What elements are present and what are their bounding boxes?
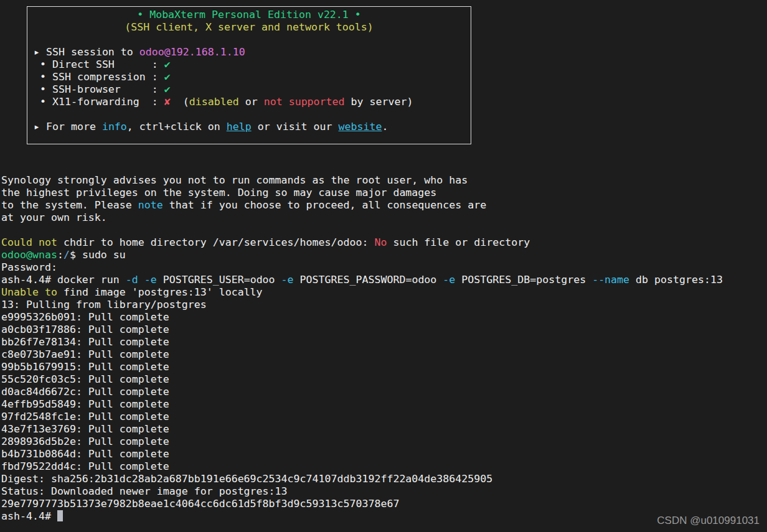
terminal[interactable]: • MobaXterm Personal Edition v22.1 •(SSH…	[0, 0, 767, 532]
terminal-line: ▸ SSH session to odoo@192.168.1.10	[27, 46, 471, 58]
terminal-line: e9995326b091: Pull complete	[1, 311, 767, 324]
cross-icon: ✘	[164, 96, 171, 108]
terminal-output: Synology strongly advises you not to run…	[1, 174, 767, 523]
prompt-user-host: odoo@wnas	[1, 249, 57, 261]
banner-title: • MobaXterm Personal Edition v22.1 •	[137, 9, 361, 21]
text-segment: that if you choose to proceed, all conse…	[163, 199, 487, 211]
terminal-line: (SSH client, X server and network tools)	[27, 21, 471, 34]
terminal-line: 43e7f13e3769: Pull complete	[1, 423, 767, 436]
terminal-line: c8e073b7ae91: Pull complete	[1, 348, 767, 361]
layer-pull-complete: d0ac84d6672c: Pull complete	[1, 386, 169, 398]
ssh-target: odoo@192.168.1.10	[139, 46, 245, 58]
terminal-line: to the system. Please note that if you c…	[1, 199, 767, 212]
terminal-line: 13: Pulling from library/postgres	[1, 299, 767, 311]
terminal-line: 97fd2548fc1e: Pull complete	[1, 411, 767, 423]
text-segment: POSTGRES_USER=odoo	[157, 274, 281, 286]
x11-not-supported-text: not supported	[264, 96, 345, 108]
terminal-line: 2898936d5b2e: Pull complete	[1, 436, 767, 448]
ssh-session-label: ▸ SSH session to	[27, 46, 139, 58]
terminal-line: 55c520fc03c5: Pull complete	[1, 373, 767, 386]
command-docker-run: ash-4.4# docker run	[1, 274, 126, 286]
terminal-cursor	[57, 510, 63, 521]
terminal-line: at your own risk.	[1, 212, 767, 224]
layer-pull-complete: b4b731b0864d: Pull complete	[1, 448, 169, 460]
flag-e: -e	[443, 274, 455, 286]
terminal-line	[27, 108, 471, 121]
terminal-line: • X11-forwarding : ✘ (disabled or not su…	[27, 96, 471, 108]
terminal-line: 99b5b1679915: Pull complete	[1, 361, 767, 373]
banner-box: • MobaXterm Personal Edition v22.1 •(SSH…	[27, 6, 471, 144]
terminal-screen: • MobaXterm Personal Edition v22.1 •(SSH…	[0, 0, 767, 532]
text-segment: chdir to home directory /var/services/ho…	[57, 236, 375, 248]
check-icon: ✔	[164, 58, 171, 70]
warning-text: at your own risk.	[1, 212, 107, 223]
layer-pull-complete: bb26f7e78134: Pull complete	[1, 336, 169, 348]
terminal-line	[27, 34, 471, 46]
text-segment: or	[239, 96, 264, 108]
error-no: No	[374, 236, 387, 248]
warning-text: the highest privileges on the system. Do…	[1, 187, 436, 198]
text-segment: by server)	[345, 96, 413, 108]
warning-text: Synology strongly advises you not to run…	[1, 174, 468, 186]
terminal-line: 4effb95d5849: Pull complete	[1, 398, 767, 411]
link-website[interactable]: website	[339, 121, 382, 133]
flag-name: --name	[592, 274, 629, 286]
layer-pull-complete: a0cb03f17886: Pull complete	[1, 324, 169, 335]
text-segment: such file or directory	[387, 236, 530, 248]
feature-ssh-browser: • SSH-browser :	[27, 83, 164, 95]
password-prompt: Password:	[1, 261, 57, 273]
text-segment: POSTGRES_PASSWORD=odoo	[294, 274, 443, 286]
layer-pull-complete: c8e073b7ae91: Pull complete	[1, 348, 169, 360]
x11-disabled-text: disabled	[189, 96, 239, 108]
layer-pull-complete: 97fd2548fc1e: Pull complete	[1, 411, 169, 422]
banner-gap	[1, 144, 767, 174]
check-icon: ✔	[164, 83, 171, 95]
terminal-line	[1, 224, 767, 236]
command-sudo-su: $ sudo su	[70, 249, 126, 261]
terminal-line: a0cb03f17886: Pull complete	[1, 324, 767, 336]
banner-subtitle: (SSH client, X server and network tools)	[125, 21, 374, 33]
text-segment: db postgres:13	[629, 274, 723, 286]
unable-to-text: Unable to	[1, 286, 57, 298]
text-segment	[138, 274, 144, 286]
terminal-line: • SSH compression : ✔	[27, 71, 471, 83]
terminal-line: Digest: sha256:2b31dc28ab2a687bb191e66e6…	[1, 473, 767, 485]
pull-status: 13: Pulling from library/postgres	[1, 299, 207, 310]
more-info-label: ▸ For more	[27, 121, 102, 133]
terminal-line: b4b731b0864d: Pull complete	[1, 448, 767, 460]
text-segment: .	[382, 121, 388, 133]
layer-pull-complete: e9995326b091: Pull complete	[1, 311, 169, 323]
feature-x11-forwarding: • X11-forwarding :	[27, 96, 164, 108]
terminal-line: Password:	[1, 261, 767, 274]
error-could-not: Could not	[1, 236, 57, 248]
text-segment: or visit our	[252, 121, 339, 133]
container-id: 29e7797773b51373e7982b8eae1c4064cc6dc61d…	[1, 498, 399, 510]
text-segment: POSTGRES_DB=postgres	[455, 274, 592, 286]
text-segment: , ctrl+click on	[127, 121, 227, 133]
check-icon: ✔	[164, 71, 171, 83]
layer-pull-complete: 99b5b1679915: Pull complete	[1, 361, 169, 373]
shell-prompt: ash-4.4#	[1, 510, 57, 522]
terminal-line: • MobaXterm Personal Edition v22.1 •	[27, 9, 471, 21]
terminal-line: 29e7797773b51373e7982b8eae1c4064cc6dc61d…	[1, 498, 767, 510]
terminal-line: ash-4.4# docker run -d -e POSTGRES_USER=…	[1, 274, 767, 286]
terminal-line: ▸ For more info, ctrl+click on help or v…	[27, 121, 471, 133]
terminal-line: • Direct SSH : ✔	[27, 58, 471, 71]
layer-pull-complete: 4effb95d5849: Pull complete	[1, 398, 169, 410]
terminal-line: ash-4.4#	[1, 510, 767, 523]
flag-e: -e	[144, 274, 157, 286]
feature-direct-ssh: • Direct SSH :	[27, 58, 164, 70]
watermark: CSDN @u010991031	[657, 515, 760, 527]
layer-pull-complete: fbd79522dd4c: Pull complete	[1, 460, 169, 472]
note-text: note	[138, 199, 163, 211]
terminal-line: • SSH-browser : ✔	[27, 83, 471, 96]
terminal-line: fbd79522dd4c: Pull complete	[1, 460, 767, 473]
feature-ssh-compression: • SSH compression :	[27, 71, 164, 83]
terminal-line: Synology strongly advises you not to run…	[1, 174, 767, 187]
prompt-path: /	[64, 249, 70, 261]
digest-line: Digest: sha256:2b31dc28ab2a687bb191e66e6…	[1, 473, 492, 485]
link-help[interactable]: help	[227, 121, 252, 133]
layer-pull-complete: 43e7f13e3769: Pull complete	[1, 423, 169, 435]
info-text: info	[102, 121, 127, 133]
text-segment: :	[57, 249, 64, 261]
